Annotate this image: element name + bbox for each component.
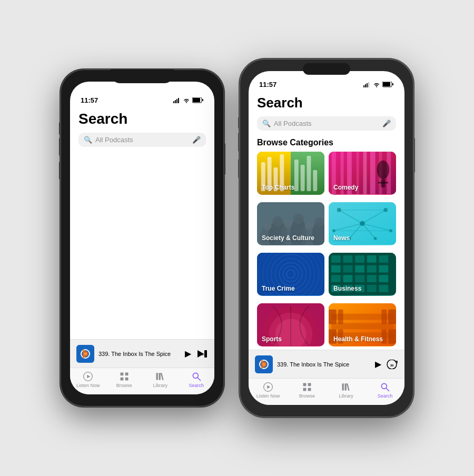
category-true-crime[interactable]: True Crime [257,253,324,296]
phone2-now-playing[interactable]: 339. The Inbox Is The Spice ▶ 30 [249,350,404,378]
svg-rect-139 [308,383,311,386]
phone1-battery-icon [192,97,204,103]
phone1-tab-search-label: Search [189,383,204,388]
phone2-mute [238,117,240,128]
phone2-tab-listen-now[interactable]: Listen Now [249,382,288,399]
phone2-tab-search[interactable]: Search [366,382,404,399]
cat-business-label: Business [333,285,361,292]
phone1-mic-icon[interactable]: 🎤 [192,136,201,144]
svg-rect-3 [178,98,179,103]
svg-rect-6 [202,99,203,101]
phone1-status-bar: 11:57 [70,82,214,106]
category-news[interactable]: News [329,202,396,245]
phone1-tab-browse[interactable]: Browse [106,371,143,388]
phone1-tab-bar: Listen Now Browse [70,368,214,394]
svg-rect-93 [331,255,341,263]
phone1-signal-icon [173,98,181,103]
phone2-vol-up [238,133,240,152]
phone2-browse-title: Browse Categories [249,135,404,152]
svg-rect-18 [156,373,158,380]
phone1-album-art [76,345,94,363]
svg-rect-123 [329,310,337,324]
svg-rect-38 [307,156,311,191]
phone1-search-bar[interactable]: 🔍 All Podcasts 🎤 [78,133,206,147]
phone1-play-button[interactable]: ▶ [185,349,191,359]
phone1-now-playing[interactable]: 339. The Inbox Is The Spice ▶ 30 [70,339,214,368]
phone2-search-placeholder: All Podcasts [274,120,379,127]
svg-rect-15 [125,373,128,376]
svg-point-62 [284,220,292,228]
phone1-screen-content: Search 🔍 All Podcasts 🎤 [70,106,214,339]
phone2-tab-bar: Listen Now Browse [249,378,404,405]
phone2-time: 11:57 [259,81,276,88]
svg-rect-14 [120,373,123,376]
phone1-mute [59,122,61,135]
phone2-skip-button[interactable]: 30 [387,360,398,369]
phone2-signal-icon [363,82,371,87]
category-sports[interactable]: Sports [257,303,324,346]
phone1-power [224,143,225,175]
category-comedy[interactable]: Comedy [329,152,396,195]
category-business[interactable]: Business [329,253,396,296]
category-society[interactable]: Society & Culture [257,202,324,245]
svg-rect-142 [342,383,344,390]
phone1-tab-search[interactable]: Search [179,371,215,388]
phone1-search-icon: 🔍 [84,136,92,144]
phone2-search-bar[interactable]: 🔍 All Podcasts 🎤 [257,116,396,131]
phone2-wifi-icon [373,82,380,87]
phone1-vol-up [59,138,61,156]
phone2-album-art [255,355,273,373]
phone1-wifi-icon [183,98,190,103]
phone2-status-icons [363,82,394,87]
phone2-controls[interactable]: ▶ 30 [375,359,398,369]
svg-point-64 [305,222,313,230]
svg-point-79 [332,229,335,232]
phone1-tab-listen-now[interactable]: Listen Now [70,371,106,388]
svg-rect-107 [379,275,389,282]
phone2-tab-listen-label: Listen Now [256,393,280,399]
phone2-mic-icon[interactable]: 🎤 [382,120,391,127]
phone1-skip-button[interactable]: 30 [196,349,208,359]
svg-rect-95 [355,255,364,263]
svg-rect-5 [193,98,200,102]
svg-rect-98 [331,265,341,273]
phone2-battery-icon [382,82,394,87]
phone2-tab-library-label: Library [339,393,353,399]
svg-rect-25 [368,82,369,87]
phone2-tab-browse[interactable]: Browse [288,382,327,399]
svg-point-61 [273,216,283,227]
phone1-tab-listen-label: Listen Now [76,383,100,388]
svg-rect-96 [367,255,377,263]
phone1-container: 11:57 [61,70,224,406]
phone2-tab-library[interactable]: Library [327,382,366,399]
phone1-screen: 11:57 [70,82,214,394]
phone1-search-placeholder: All Podcasts [95,136,189,144]
phone2-track-title: 339. The Inbox Is The Spice [277,361,371,368]
phone2-browse-icon [302,382,312,392]
svg-rect-1 [175,100,176,103]
phone1-listen-now-icon [83,371,93,382]
svg-point-20 [193,373,198,378]
svg-rect-10 [204,350,207,358]
category-top-charts[interactable]: Top Charts [257,152,324,195]
phone1-controls[interactable]: ▶ 30 [185,349,208,359]
phone2-listen-now-icon [263,382,273,392]
svg-rect-104 [343,275,353,282]
svg-point-60 [263,222,272,230]
svg-rect-143 [345,383,347,390]
svg-rect-125 [381,310,387,324]
svg-rect-36 [294,160,299,191]
svg-rect-130 [388,329,396,344]
phone2-tab-browse-label: Browse [299,393,315,399]
phone2-search-tab-icon [380,382,390,392]
svg-point-77 [337,208,341,212]
phone1-tab-library[interactable]: Library [142,371,179,388]
phone2-play-button[interactable]: ▶ [375,359,381,369]
svg-rect-22 [363,85,364,87]
svg-rect-105 [355,275,364,282]
cat-comedy-label: Comedy [333,184,358,191]
phone1-search-tab-icon [191,371,202,382]
svg-point-65 [314,217,324,227]
category-health[interactable]: Health & Fitness [329,303,396,346]
svg-marker-13 [87,375,91,379]
